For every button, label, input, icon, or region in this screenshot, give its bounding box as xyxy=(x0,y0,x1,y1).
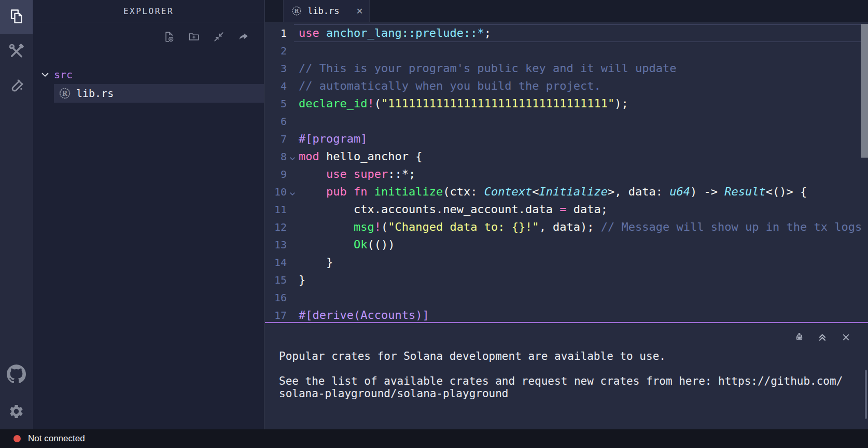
code-line-10[interactable]: 10 pub fn initialize(ctx: Context<Initia… xyxy=(265,183,860,201)
code-text: declare_id!("111111111111111111111111111… xyxy=(299,97,628,110)
fold-chevron-icon[interactable] xyxy=(289,156,296,162)
line-number: 14 xyxy=(265,254,287,271)
new-folder-icon xyxy=(188,31,200,43)
svg-text:R: R xyxy=(62,90,68,97)
connection-status-label[interactable]: Not connected xyxy=(28,433,85,444)
new-file-button[interactable] xyxy=(163,31,175,43)
explorer-header: EXPLORER xyxy=(33,0,264,22)
activity-test-button[interactable] xyxy=(0,68,33,103)
activity-build-button[interactable] xyxy=(0,34,33,68)
terminal-scrollbar-thumb[interactable] xyxy=(865,370,867,419)
files-icon xyxy=(8,8,25,26)
code-line-5[interactable]: 5declare_id!("11111111111111111111111111… xyxy=(265,95,860,113)
close-icon xyxy=(841,332,851,343)
share-icon xyxy=(238,31,249,43)
code-text: use super::*; xyxy=(299,167,415,180)
line-number: 12 xyxy=(265,218,287,236)
explorer-toolbar xyxy=(33,22,264,52)
code-text: // This is your program's public key and… xyxy=(299,62,676,75)
gear-icon xyxy=(8,403,24,419)
code-line-8[interactable]: 8mod hello_anchor { xyxy=(265,148,860,165)
maximize-terminal-button[interactable] xyxy=(817,331,828,343)
terminal-line xyxy=(279,362,852,375)
line-number: 1 xyxy=(265,24,287,42)
tab-lib-rs[interactable]: R lib.rs × xyxy=(283,0,370,22)
code-line-15[interactable]: 15} xyxy=(265,271,860,289)
tab-bar: R lib.rs × xyxy=(265,0,868,22)
code-text: msg!("Changed data to: {}!", data); // M… xyxy=(299,220,862,233)
code-text: ctx.accounts.new_account.data = data; xyxy=(299,203,608,216)
line-number: 9 xyxy=(265,165,287,183)
tree-folder-src[interactable]: src xyxy=(33,65,264,84)
rust-file-icon: R xyxy=(58,87,72,100)
code-text: } xyxy=(299,256,333,269)
code-lines: 1use anchor_lang::prelude::*;23// This i… xyxy=(265,24,860,322)
terminal-line: See the list of available crates and req… xyxy=(279,375,852,387)
terminal-panel: Popular crates for Solana development ar… xyxy=(265,322,868,429)
clear-terminal-icon xyxy=(794,332,805,343)
svg-text:R: R xyxy=(295,8,299,14)
activity-github-button[interactable] xyxy=(0,363,33,384)
tree-file-lib-rs[interactable]: R lib.rs xyxy=(54,84,264,103)
code-text: use anchor_lang::prelude::*; xyxy=(299,26,491,39)
line-number: 16 xyxy=(265,289,287,306)
code-line-11[interactable]: 11 ctx.accounts.new_account.data = data; xyxy=(265,201,860,218)
new-file-icon xyxy=(163,31,175,43)
editor-area: R lib.rs × 1use anchor_lang::prelude::*;… xyxy=(265,0,868,429)
code-line-2[interactable]: 2 xyxy=(265,42,860,60)
code-line-7[interactable]: 7#[program] xyxy=(265,130,860,148)
code-text: } xyxy=(299,273,305,286)
terminal-toolbar xyxy=(793,331,851,343)
line-number: 5 xyxy=(265,95,287,113)
code-text: pub fn initialize(ctx: Context<Initializ… xyxy=(299,185,807,198)
line-number: 13 xyxy=(265,236,287,254)
github-icon xyxy=(7,365,26,384)
line-number: 2 xyxy=(265,42,287,60)
line-number: 6 xyxy=(265,113,287,130)
code-text: // automatically when you build the proj… xyxy=(299,79,601,92)
collapse-icon xyxy=(213,31,225,43)
editor-scrollbar-thumb[interactable] xyxy=(861,24,868,158)
explorer-sidebar: EXPLORER xyxy=(33,0,265,429)
line-number: 17 xyxy=(265,306,287,322)
close-terminal-button[interactable] xyxy=(840,331,851,343)
code-line-9[interactable]: 9 use super::*; xyxy=(265,165,860,183)
connection-status-dot xyxy=(13,435,21,442)
line-number: 4 xyxy=(265,77,287,95)
share-button[interactable] xyxy=(238,31,249,43)
code-line-16[interactable]: 16 xyxy=(265,289,860,306)
status-bar: Not connected xyxy=(0,429,868,448)
code-line-3[interactable]: 3// This is your program's public key an… xyxy=(265,60,860,77)
fold-chevron-icon[interactable] xyxy=(289,191,296,197)
folder-label: src xyxy=(54,68,73,81)
line-number: 7 xyxy=(265,130,287,148)
code-editor[interactable]: 1use anchor_lang::prelude::*;23// This i… xyxy=(265,22,868,322)
code-line-4[interactable]: 4// automatically when you build the pro… xyxy=(265,77,860,95)
code-text: #[derive(Accounts)] xyxy=(299,309,429,321)
tab-close-icon[interactable]: × xyxy=(356,6,363,17)
terminal-line: solana-playground/solana-playground xyxy=(279,387,852,400)
test-tube-icon xyxy=(8,77,25,94)
line-number: 8 xyxy=(265,148,287,165)
code-line-12[interactable]: 12 msg!("Changed data to: {}!", data); /… xyxy=(265,218,860,236)
line-number: 11 xyxy=(265,201,287,218)
collapse-button[interactable] xyxy=(213,31,225,43)
new-folder-button[interactable] xyxy=(188,31,200,43)
line-number: 3 xyxy=(265,60,287,77)
code-line-6[interactable]: 6 xyxy=(265,113,860,130)
double-chevron-up-icon xyxy=(817,331,828,343)
line-number: 10 xyxy=(265,183,287,201)
activity-settings-button[interactable] xyxy=(0,401,33,422)
chevron-down-icon xyxy=(40,69,50,80)
code-line-13[interactable]: 13 Ok(()) xyxy=(265,236,860,254)
code-line-14[interactable]: 14 } xyxy=(265,254,860,271)
file-tree: src R lib.rs xyxy=(33,65,264,103)
code-text: #[program] xyxy=(299,132,367,145)
terminal-line: Popular crates for Solana development ar… xyxy=(279,350,852,362)
clear-terminal-button[interactable] xyxy=(793,331,805,343)
activity-explorer-button[interactable] xyxy=(0,0,33,34)
tab-label: lib.rs xyxy=(307,6,339,16)
code-line-17[interactable]: 17#[derive(Accounts)] xyxy=(265,306,860,322)
code-line-1[interactable]: 1use anchor_lang::prelude::*; xyxy=(265,24,860,42)
activity-bar xyxy=(0,0,33,429)
